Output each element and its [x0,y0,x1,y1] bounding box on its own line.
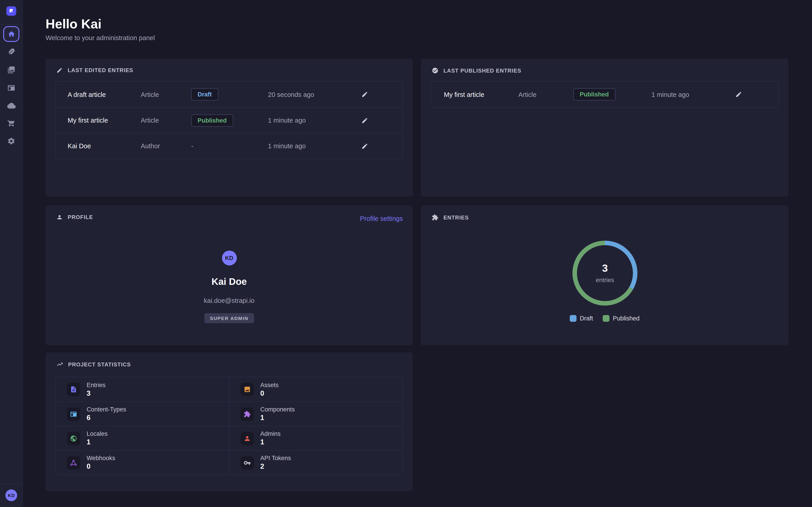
user-icon [56,214,63,220]
donut-total: 3 [602,262,608,274]
card-title: PROFILE [68,214,93,220]
stat-item-admins: Admins 1 [229,426,402,450]
legend-label: Published [613,315,640,322]
sidebar-item-deploy[interactable] [0,101,22,110]
legend-item-draft: Draft [570,315,593,322]
entry-name: My first article [444,91,518,98]
table-row[interactable]: My first article Article Published 1 min… [56,107,402,133]
stat-value: 1 [87,438,108,446]
legend-item-published: Published [603,315,640,322]
stat-icon-tile [67,407,80,421]
shopping-cart-icon [7,119,15,127]
last-published-table: My first article Article Published 1 min… [431,81,779,108]
user-avatar[interactable]: KD [5,490,17,501]
strapi-admin-dashboard: KD Hello Kai Welcome to your administrat… [0,0,812,507]
gear-icon [7,137,15,145]
legend-label: Draft [580,315,593,322]
table-row[interactable]: Kai Doe Author - 1 minute ago [56,133,402,159]
pencil-icon [361,143,368,150]
last-edited-table: A draft article Article Draft 20 seconds… [55,81,403,159]
stat-label: Webhooks [87,455,115,461]
check-circle-icon [432,67,439,74]
stat-value: 6 [87,414,126,422]
stat-value: 1 [260,414,295,422]
sidebar-item-content-manager[interactable] [0,48,22,56]
card-title: ENTRIES [444,214,469,221]
edit-entry-button[interactable] [361,91,373,98]
strapi-logo-icon [8,8,14,14]
stat-icon-tile [67,456,80,469]
stat-label: Locales [87,431,108,437]
profile-body: KD Kai Doe kai.doe@strapi.io SUPER ADMIN [46,250,413,323]
key-icon [244,459,251,466]
pencil-icon [361,91,368,98]
sidebar-item-media-library[interactable] [0,66,22,74]
entry-time: 20 seconds ago [268,91,361,98]
table-row[interactable]: A draft article Article Draft 20 seconds… [56,81,402,107]
stat-icon-tile [67,432,80,445]
media-library-icon [7,66,15,74]
stat-label: Components [260,406,295,413]
stat-label: Entries [87,382,106,388]
stat-item-components: Components 1 [229,402,402,426]
table-row[interactable]: My first article Article Published 1 min… [431,81,778,107]
published-swatch-icon [603,315,610,322]
entries-donut-chart: 3 entries [571,239,639,307]
stat-value: 2 [260,462,291,470]
entry-type: Author [141,143,191,150]
edit-entry-button[interactable] [361,143,373,150]
profile-role-badge: SUPER ADMIN [205,313,254,323]
stat-icon-tile [67,383,80,396]
status-badge: Published [573,88,615,101]
cloud-icon [7,101,15,110]
chart-legend: Draft Published [421,315,789,322]
strapi-logo[interactable] [6,6,16,16]
stat-item-content-types: Content-Types 6 [56,402,229,426]
profile-name: Kai Doe [212,276,247,287]
entry-name: Kai Doe [68,143,141,150]
sidebar-item-settings[interactable] [0,137,22,145]
image-icon [244,386,251,393]
sidebar-divider [0,484,22,484]
entry-type: Article [141,117,191,124]
stat-item-api-tokens: API Tokens 2 [229,450,402,474]
project-statistics-card: PROJECT STATISTICS Entries 3 Assets 0 [46,352,413,491]
stat-label: Assets [260,382,278,388]
stat-label: Admins [260,431,281,437]
sidebar-divider [0,24,22,25]
edit-entry-button[interactable] [361,117,373,124]
entry-name: A draft article [68,91,141,98]
sidebar: KD [0,0,23,507]
profile-settings-link[interactable]: Profile settings [360,215,403,222]
profile-avatar: KD [222,250,237,266]
stat-item-assets: Assets 0 [229,377,402,402]
status-badge: Published [191,114,233,126]
card-header: LAST EDITED ENTRIES [56,67,133,73]
sidebar-item-marketplace[interactable] [0,119,22,127]
last-edited-entries-card: LAST EDITED ENTRIES A draft article Arti… [46,59,413,196]
entries-card: ENTRIES 3 entries Draft Published [421,206,789,345]
stat-value: 3 [87,389,106,397]
puzzle-icon [244,410,251,417]
stat-icon-tile [241,407,254,421]
stat-item-webhooks: Webhooks 0 [56,450,229,474]
status-badge: Draft [191,88,218,101]
card-header: PROFILE [56,214,93,220]
edit-entry-button[interactable] [735,91,747,98]
stats-grid: Entries 3 Assets 0 Content-Types [55,377,403,475]
sidebar-item-content-type-builder[interactable] [0,84,22,92]
trending-up-icon [56,361,63,368]
entry-time: 1 minute ago [268,143,361,150]
card-title: LAST EDITED ENTRIES [68,67,133,73]
stat-item-entries: Entries 3 [56,377,229,402]
entry-time: 1 minute ago [651,91,735,98]
stat-label: API Tokens [260,455,291,461]
layout-builder-icon [7,84,15,92]
pencil-icon [361,117,368,124]
user-icon [244,435,251,442]
sidebar-item-home[interactable] [3,26,19,42]
page-title: Hello Kai [46,16,101,32]
globe-icon [70,435,77,442]
stat-item-locales: Locales 1 [56,426,229,450]
donut-total-label: entries [596,277,614,283]
